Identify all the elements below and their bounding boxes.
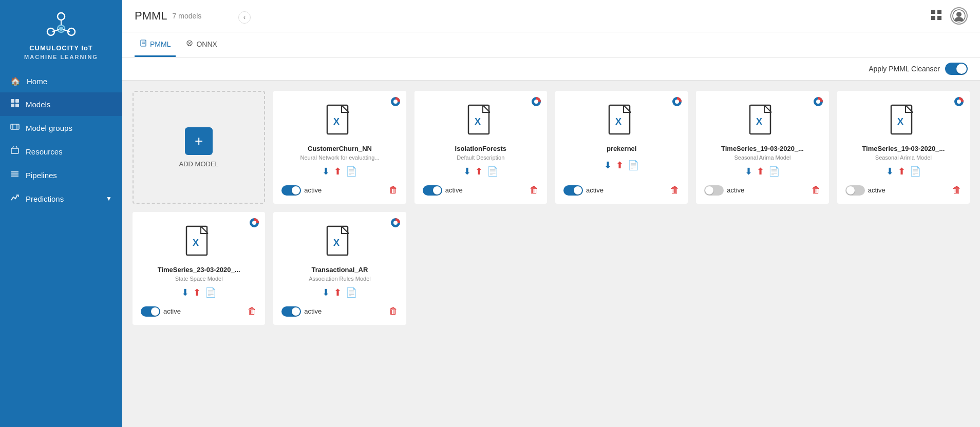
cleanser-label: Apply PMML Cleanser xyxy=(869,65,940,73)
file-icon-isolationforests: X xyxy=(467,104,494,141)
delete-icon-timeseries2[interactable]: 🗑 xyxy=(952,185,962,196)
sidebar-item-label-models: Models xyxy=(26,100,112,109)
sidebar-item-predictions[interactable]: Predictions ▼ xyxy=(0,187,122,210)
model-card-timeseries1: X TimeSeries_19-03-2020_... Seasonal Ari… xyxy=(696,91,828,204)
tab-onnx-label: ONNX xyxy=(196,40,217,48)
active-label-prekernel: active xyxy=(586,186,670,194)
pie-chart-icon-timeseries1[interactable] xyxy=(813,96,824,110)
model-desc-customerchurn: Neural Network for evaluating... xyxy=(300,154,379,161)
download-icon-timeseries1[interactable]: ⬇ xyxy=(745,166,752,177)
svg-rect-10 xyxy=(11,104,14,107)
card-footer-isolationforests: active 🗑 xyxy=(423,185,539,196)
model-desc-timeseries2: Seasonal Arima Model xyxy=(875,154,932,161)
tab-pmml-label: PMML xyxy=(150,40,171,48)
svg-rect-20 xyxy=(937,10,941,14)
card-actions-prekernel: ⬇ ⬆ 📄 xyxy=(604,160,639,171)
upload-icon-timeseries3[interactable]: ⬆ xyxy=(193,287,201,298)
download-icon-isolationforests[interactable]: ⬇ xyxy=(463,166,471,177)
toggle-timeseries2[interactable] xyxy=(845,185,865,196)
predictions-arrow-icon: ▼ xyxy=(106,195,112,202)
svg-text:X: X xyxy=(475,117,481,127)
upload-icon-timeseries1[interactable]: ⬆ xyxy=(757,166,764,177)
delete-icon-isolationforests[interactable]: 🗑 xyxy=(530,185,539,196)
download-icon-transactional[interactable]: ⬇ xyxy=(322,287,330,298)
user-avatar[interactable] xyxy=(950,7,968,25)
doc-icon-transactional[interactable]: 📄 xyxy=(346,287,357,298)
delete-icon-customerchurn[interactable]: 🗑 xyxy=(389,185,398,196)
doc-icon-timeseries3[interactable]: 📄 xyxy=(205,287,216,298)
sidebar-item-pipelines[interactable]: Pipelines xyxy=(0,163,122,187)
cards-area: + ADD MODEL X xyxy=(122,81,980,427)
file-icon-transactional: X xyxy=(326,225,353,262)
pie-chart-icon-customerchurn[interactable] xyxy=(390,96,401,110)
cleanser-toggle[interactable] xyxy=(945,63,968,75)
pie-chart-icon-timeseries3[interactable] xyxy=(249,217,260,231)
toggle-timeseries3[interactable] xyxy=(141,306,160,317)
resources-icon xyxy=(10,146,20,157)
tab-pmml[interactable]: PMML xyxy=(135,32,176,57)
sidebar-item-label-predictions: Predictions xyxy=(26,195,100,203)
delete-icon-timeseries1[interactable]: 🗑 xyxy=(812,185,821,196)
toggle-customerchurn[interactable] xyxy=(281,185,301,196)
model-card-timeseries2: X TimeSeries_19-03-2020_... Seasonal Ari… xyxy=(837,91,970,204)
file-icon-timeseries3: X xyxy=(185,225,212,262)
model-groups-icon xyxy=(10,122,20,133)
model-name-timeseries3: TimeSeries_23-03-2020_... xyxy=(158,266,240,274)
file-icon-timeseries1: X xyxy=(749,104,776,141)
cleanser-row: Apply PMML Cleanser xyxy=(122,57,980,81)
doc-icon-customerchurn[interactable]: 📄 xyxy=(346,166,357,177)
upload-icon-timeseries2[interactable]: ⬆ xyxy=(898,166,906,177)
card-footer-transactional: active 🗑 xyxy=(281,306,398,317)
delete-icon-timeseries3[interactable]: 🗑 xyxy=(248,306,257,317)
download-icon-customerchurn[interactable]: ⬇ xyxy=(322,166,330,177)
delete-icon-transactional[interactable]: 🗑 xyxy=(389,306,398,317)
grid-view-icon[interactable] xyxy=(931,9,942,23)
model-card-prekernel: X prekernel ⬇ ⬆ 📄 active 🗑 xyxy=(555,91,688,204)
sidebar-item-model-groups[interactable]: Model groups xyxy=(0,116,122,140)
active-label-timeseries1: active xyxy=(727,186,811,194)
sidebar-item-label-model-groups: Model groups xyxy=(26,124,112,132)
doc-icon-prekernel[interactable]: 📄 xyxy=(628,160,639,171)
doc-icon-timeseries2[interactable]: 📄 xyxy=(910,166,921,177)
upload-icon-prekernel[interactable]: ⬆ xyxy=(616,160,624,171)
toggle-isolationforests[interactable] xyxy=(423,185,442,196)
upload-icon-transactional[interactable]: ⬆ xyxy=(334,287,342,298)
delete-icon-prekernel[interactable]: 🗑 xyxy=(670,185,680,196)
sidebar-item-label-resources: Resources xyxy=(26,147,112,156)
tab-onnx[interactable]: ONNX xyxy=(181,32,222,57)
sidebar-item-models[interactable]: Models xyxy=(0,92,122,116)
upload-icon-isolationforests[interactable]: ⬆ xyxy=(475,166,483,177)
model-desc-transactional: Association Rules Model xyxy=(309,276,370,282)
main-content: ‹ PMML 7 models xyxy=(122,0,980,427)
sidebar-collapse-button[interactable]: ‹ xyxy=(238,11,251,24)
svg-point-24 xyxy=(956,12,962,17)
pmml-tab-icon xyxy=(140,40,147,48)
pie-chart-icon-isolationforests[interactable] xyxy=(531,96,542,110)
active-label-transactional: active xyxy=(304,307,388,315)
page-header: PMML 7 models xyxy=(122,0,980,32)
toggle-transactional[interactable] xyxy=(281,306,301,317)
pipelines-icon xyxy=(10,169,20,181)
svg-text:X: X xyxy=(333,117,340,127)
pie-chart-icon-prekernel[interactable] xyxy=(671,96,683,110)
header-right xyxy=(931,7,968,25)
download-icon-prekernel[interactable]: ⬇ xyxy=(604,160,612,171)
add-model-card[interactable]: + ADD MODEL xyxy=(133,91,265,204)
toggle-prekernel[interactable] xyxy=(563,185,583,196)
model-card-timeseries3: X TimeSeries_23-03-2020_... State Space … xyxy=(133,212,265,325)
toggle-timeseries1[interactable] xyxy=(704,185,724,196)
model-card-customerchurn: X CustomerChurn_NN Neural Network for ev… xyxy=(273,91,406,204)
doc-icon-isolationforests[interactable]: 📄 xyxy=(487,166,498,177)
models-icon xyxy=(10,99,20,110)
home-icon: 🏠 xyxy=(10,76,21,86)
doc-icon-timeseries1[interactable]: 📄 xyxy=(768,166,780,177)
pie-chart-icon-timeseries2[interactable] xyxy=(953,96,965,110)
svg-rect-15 xyxy=(11,148,18,153)
upload-icon-customerchurn[interactable]: ⬆ xyxy=(334,166,342,177)
pie-chart-icon-transactional[interactable] xyxy=(390,217,401,231)
download-icon-timeseries2[interactable]: ⬇ xyxy=(886,166,894,177)
download-icon-timeseries3[interactable]: ⬇ xyxy=(181,287,189,298)
sidebar-item-home[interactable]: 🏠 Home xyxy=(0,70,122,92)
svg-point-42 xyxy=(816,100,820,104)
sidebar-item-resources[interactable]: Resources xyxy=(0,140,122,163)
